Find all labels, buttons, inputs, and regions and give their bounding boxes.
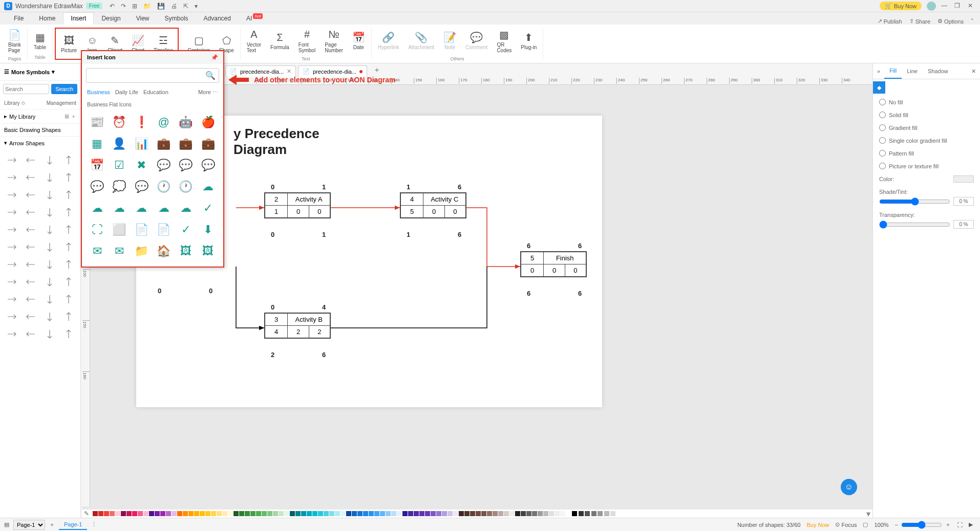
arrow-shape-11[interactable]	[60, 187, 77, 203]
color-swatch[interactable]	[566, 511, 571, 516]
arrow-shape-25[interactable]	[22, 257, 39, 272]
arrow-shape-9[interactable]	[22, 187, 39, 203]
publish-button[interactable]: ↗ Publish	[878, 18, 902, 25]
color-swatch[interactable]	[397, 511, 402, 516]
color-swatch[interactable]	[143, 511, 148, 516]
minimize-icon[interactable]: —	[941, 2, 949, 10]
color-swatch[interactable]	[352, 511, 357, 516]
vector-text-button[interactable]: AVectorText	[243, 27, 265, 55]
business-icon-36[interactable]: ✉	[87, 241, 107, 261]
arrow-shape-32[interactable]	[3, 292, 20, 307]
color-swatch[interactable]	[487, 511, 492, 516]
close-tab-icon[interactable]: ✕	[287, 68, 291, 75]
focus-mode-button[interactable]: ⊙ Focus	[835, 521, 857, 528]
picture-button[interactable]: 🖼Picture	[57, 32, 81, 55]
business-icon-10[interactable]: 💼	[176, 134, 196, 153]
color-swatch[interactable]	[301, 511, 306, 516]
business-icon-17[interactable]: 💬	[198, 156, 218, 175]
color-swatch[interactable]	[453, 511, 458, 516]
color-swatch[interactable]	[262, 511, 267, 516]
business-icon-6[interactable]: ▦	[87, 134, 107, 153]
library-label[interactable]: Library ✩	[4, 100, 25, 106]
eyedropper-icon[interactable]: ✎	[84, 510, 89, 517]
fullscreen-icon[interactable]: ⛶	[957, 522, 963, 528]
arrow-shape-34[interactable]	[41, 292, 58, 307]
arrow-shape-40[interactable]	[3, 326, 20, 342]
color-swatch[interactable]	[166, 511, 171, 516]
color-swatch[interactable]	[526, 511, 531, 516]
user-avatar[interactable]	[927, 2, 936, 11]
color-swatch[interactable]	[177, 511, 182, 516]
arrow-shape-41[interactable]	[22, 326, 39, 342]
arrow-shape-10[interactable]	[41, 187, 58, 203]
business-icon-37[interactable]: ✉	[109, 241, 129, 261]
node-activity-c[interactable]: 4Activity C 500	[400, 192, 466, 218]
color-swatch[interactable]	[521, 511, 526, 516]
color-swatch[interactable]	[380, 511, 385, 516]
gray-swatch[interactable]	[572, 511, 577, 516]
arrow-shape-31[interactable]	[60, 274, 77, 290]
color-swatch[interactable]	[953, 175, 974, 183]
color-swatch[interactable]	[110, 511, 115, 516]
gray-swatch[interactable]	[579, 511, 584, 516]
business-icon-1[interactable]: ⏰	[109, 113, 129, 132]
gray-swatch[interactable]	[598, 511, 603, 516]
business-icon-40[interactable]: 🖼	[176, 241, 196, 261]
color-swatch[interactable]	[115, 511, 120, 516]
color-swatch[interactable]	[459, 511, 464, 516]
add-page-button[interactable]: ＋	[49, 521, 55, 528]
search-icon[interactable]: 🔍	[205, 71, 216, 80]
close-icon[interactable]: ✕	[968, 2, 976, 10]
arrow-shapes-section[interactable]: ▾ Arrow Shapes	[0, 136, 80, 149]
business-icon-15[interactable]: 💬	[154, 156, 174, 175]
fill-option-picture[interactable]: Picture or texture fill	[873, 160, 980, 172]
symbol-search-input[interactable]	[3, 84, 49, 94]
arrow-shape-22[interactable]	[41, 239, 58, 255]
arrow-shape-42[interactable]	[41, 326, 58, 342]
export-icon[interactable]: ⇱	[183, 3, 188, 10]
management-link[interactable]: Management	[47, 100, 76, 106]
fit-page-icon[interactable]: ▢	[863, 521, 868, 528]
gray-swatch[interactable]	[610, 511, 615, 516]
arrow-shape-26[interactable]	[41, 257, 58, 272]
close-panel-icon[interactable]: ✕	[967, 64, 980, 79]
color-swatch[interactable]	[188, 511, 194, 516]
arrow-shape-39[interactable]	[60, 309, 77, 324]
color-swatch[interactable]	[126, 511, 132, 516]
arrow-shape-18[interactable]	[41, 222, 58, 237]
color-swatch[interactable]	[538, 511, 543, 516]
gray-swatch[interactable]	[585, 511, 590, 516]
color-swatch[interactable]	[386, 511, 391, 516]
color-swatch[interactable]	[532, 511, 537, 516]
qr-codes-button[interactable]: ▩QRCodes	[493, 27, 516, 55]
color-swatch[interactable]	[414, 511, 419, 516]
open-icon[interactable]: 📁	[143, 3, 151, 10]
arrow-shape-43[interactable]	[60, 326, 77, 342]
arrow-shape-28[interactable]	[3, 274, 20, 290]
arrow-shape-3[interactable]	[60, 152, 77, 168]
color-swatch[interactable]	[346, 511, 351, 516]
node-finish[interactable]: 5Finish 000	[520, 251, 587, 277]
arrow-shape-33[interactable]	[22, 292, 39, 307]
symbol-search-button[interactable]: Search	[51, 84, 77, 94]
arrow-shape-5[interactable]	[22, 170, 39, 185]
business-icon-20[interactable]: 💬	[132, 177, 152, 196]
color-swatch[interactable]	[493, 511, 498, 516]
color-swatch[interactable]	[363, 511, 368, 516]
category-daily-life[interactable]: Daily Life	[115, 89, 138, 96]
font-symbol-button[interactable]: #FontSymbol	[294, 27, 319, 55]
arrow-shape-12[interactable]	[3, 205, 20, 220]
color-swatch[interactable]	[543, 511, 548, 516]
presentation-icon[interactable]: ▶	[969, 521, 973, 528]
color-swatch[interactable]	[155, 511, 160, 516]
business-icon-8[interactable]: 📊	[132, 134, 152, 153]
business-icon-24[interactable]: ☁	[87, 198, 107, 218]
color-swatch[interactable]	[250, 511, 255, 516]
business-icon-4[interactable]: 🤖	[176, 113, 196, 132]
color-swatch[interactable]	[476, 511, 481, 516]
color-swatch[interactable]	[233, 511, 239, 516]
color-swatch[interactable]	[555, 511, 560, 516]
arrow-shape-0[interactable]	[3, 152, 20, 168]
pages-panel-icon[interactable]: ▤	[4, 521, 9, 528]
options-button[interactable]: ⚙ Options	[938, 18, 964, 25]
